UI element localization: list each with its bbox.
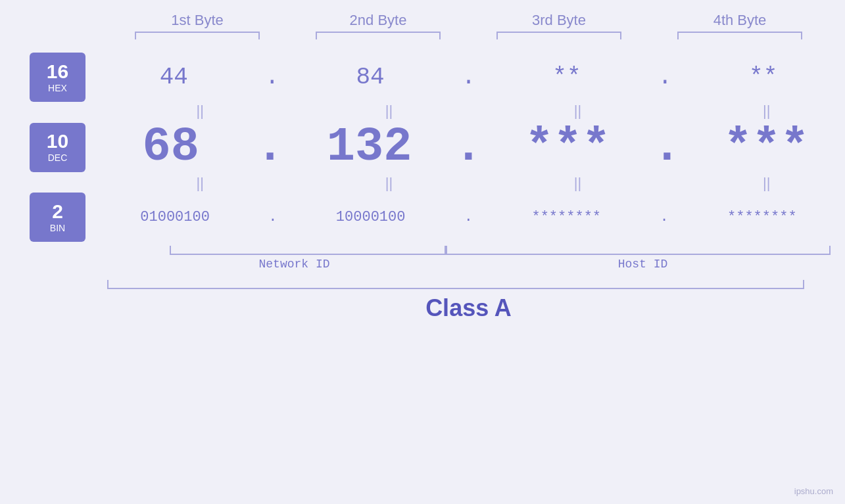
eq2: || [316,103,461,120]
byte-header-3: 3rd Byte [487,12,631,29]
class-label: Class A [425,294,512,322]
class-label-row: Class A [107,294,831,322]
dec-row: 10 DEC 68 . 132 . *** . *** [30,120,845,174]
network-bracket [170,246,446,255]
content-area: 16 HEX 44 . 84 . ** . ** || || || || [30,46,845,242]
hex-badge-number: 16 [47,62,68,81]
bin-row: 2 BIN 01000100 . 10000100 . ******** . *… [30,193,845,242]
id-labels: Network ID Host ID [107,258,831,271]
dec-byte-4: *** [694,120,838,174]
dec-badge: 10 DEC [30,123,85,172]
hex-dot-3: . [658,64,672,91]
hex-dot-2: . [462,64,476,91]
bracket-3 [496,32,621,39]
eq1: || [128,103,272,120]
dec-dot-3: . [653,120,681,174]
hex-byte-3: ** [495,64,639,91]
eq7: || [506,175,650,192]
network-id-label: Network ID [170,258,420,271]
bin-dot-1: . [268,209,277,225]
hex-byte-4: ** [691,64,836,91]
dec-byte-1: 68 [99,120,243,174]
byte-header-2: 2nd Byte [306,12,450,29]
byte-header-4: 4th Byte [667,12,812,29]
class-bracket [107,280,804,289]
bottom-brackets [107,246,831,255]
bin-byte-1: 01000100 [103,209,247,225]
top-brackets-row [107,32,831,39]
bin-dot-2: . [464,209,473,225]
dec-values: 68 . 132 . *** . *** [92,120,845,174]
dec-dot-2: . [454,120,483,174]
byte-header-1: 1st Byte [125,12,270,29]
eq8: || [694,175,839,192]
bin-badge: 2 BIN [30,193,85,242]
hex-byte-1: 44 [101,64,246,91]
class-bracket-container [107,280,831,289]
bin-dot-3: . [660,209,668,225]
watermark: ipshu.com [794,486,833,496]
bracket-1 [135,32,260,39]
eq5: || [128,175,272,192]
equals-row-2: || || || || [122,174,845,193]
bracket-4 [677,32,802,39]
eq3: || [506,103,650,120]
bin-byte-3: ******** [494,209,639,225]
eq4: || [694,103,839,120]
bin-values: 01000100 . 10000100 . ******** . *******… [92,209,845,225]
dec-badge-label: DEC [48,152,68,163]
hex-byte-2: 84 [298,64,443,91]
hex-row: 16 HEX 44 . 84 . ** . ** [30,53,845,102]
hex-values: 44 . 84 . ** . ** [92,64,845,91]
eq6: || [316,175,461,192]
bin-badge-number: 2 [52,202,63,221]
dec-byte-2: 132 [297,120,442,174]
dec-badge-number: 10 [47,131,68,151]
bracket-2 [316,32,441,39]
bin-byte-2: 10000100 [299,209,443,225]
hex-badge: 16 HEX [30,53,85,102]
hex-badge-label: HEX [48,83,67,93]
equals-row-1: || || || || [122,102,845,120]
host-bracket [446,246,831,255]
bin-byte-4: ******** [690,209,834,225]
hex-dot-1: . [265,64,279,91]
byte-headers-row: 1st Byte 2nd Byte 3rd Byte 4th Byte [107,12,831,29]
dec-byte-3: *** [495,120,640,174]
dec-dot-1: . [256,120,284,174]
main-container: 1st Byte 2nd Byte 3rd Byte 4th Byte 16 H… [0,0,845,504]
host-id-label: Host ID [420,258,846,271]
bin-badge-label: BIN [50,223,65,233]
